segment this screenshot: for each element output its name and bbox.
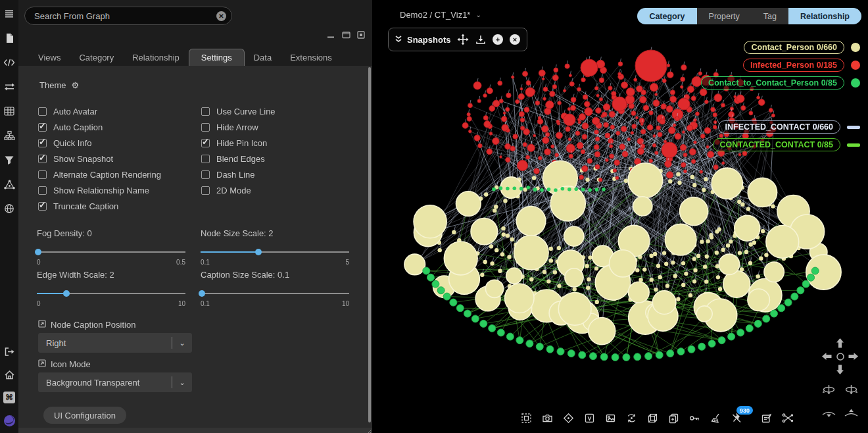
project-name: Demo2 / CT_Viz1* [400,10,470,20]
frame-v-button[interactable] [584,413,595,424]
relayout-button[interactable] [626,413,637,424]
pan-up-button[interactable] [835,338,845,349]
slider-thumb[interactable] [35,249,41,255]
legend-contact-to-contact-person[interactable]: Contact_to_Contact_Person 0/85 [701,76,860,89]
breadcrumb[interactable]: Demo2 / CT_Viz1* ⌄ [400,10,481,20]
caption-size-slider[interactable] [201,290,349,297]
checkbox-alternate-caption-rendering[interactable]: Alternate Caption Rendering [38,166,161,182]
globe-button[interactable] [3,203,15,215]
plus-circle-icon: + [493,34,503,45]
sign-out-button[interactable] [3,345,15,357]
tab-category-mode[interactable]: Category [637,8,696,24]
slider-thumb[interactable] [63,290,70,297]
checkbox-blend-edges[interactable]: Blend Edges [201,151,276,166]
tilt-up-button[interactable] [844,408,859,419]
checkbox-hide-pin-icon[interactable]: Hide Pin Icon [201,135,276,151]
checkbox-quick-info[interactable]: Quick Info [38,135,161,151]
ui-configuration-button[interactable]: UI Configuration [43,407,126,424]
edge-width-slider[interactable] [37,290,185,297]
download-button[interactable] [475,34,486,45]
swap-arrows-button[interactable] [3,81,15,93]
fog-density-slider[interactable] [37,249,185,255]
node-caption-position-select[interactable]: Right ⌄ [38,333,192,353]
maximize-button[interactable] [341,30,350,39]
triangle-network-button[interactable] [3,178,15,190]
search-input[interactable] [34,11,216,21]
broom-button[interactable] [710,413,721,424]
theme-gear-icon[interactable]: ⚙ [71,80,79,90]
checkbox-2d-mode[interactable]: 2D Mode [201,182,276,198]
vertical-scrollbar[interactable] [368,67,371,422]
pan-right-button[interactable] [848,351,859,361]
search-clear-button[interactable]: ✕ [216,11,226,21]
tilt-down-button[interactable] [821,408,836,419]
checkbox-truncate-caption[interactable]: Truncate Caption [38,198,161,214]
tab-category[interactable]: Category [70,49,123,66]
slider-edge-width-scale: Edge Width Scale: 2 010 [37,270,185,307]
tab-extensions[interactable]: Extensions [281,49,341,66]
slider-thumb[interactable] [255,249,262,255]
node-color-swatch [851,78,860,88]
tab-relationship-mode[interactable]: Relationship [788,8,861,24]
copy-add-button[interactable] [668,413,679,424]
horizontal-scrollbar[interactable] [18,428,372,433]
icon-mode-select[interactable]: Background Transparent ⌄ [38,372,192,392]
add-snapshot-button[interactable]: + [493,34,503,45]
checkbox-auto-caption[interactable]: Auto Caption [38,119,161,135]
pan-left-button[interactable] [821,351,832,361]
center-target-button[interactable] [563,413,574,424]
move-button[interactable] [457,34,469,45]
checkbox-dash-line[interactable]: Dash Line [201,166,276,182]
kineviz-logo-button[interactable] [3,415,15,426]
cut-edges-button[interactable] [782,413,794,424]
rotate-right-button[interactable] [844,383,859,398]
slider-thumb[interactable] [199,290,205,297]
orbit-center-button[interactable] [836,352,845,361]
tab-data[interactable]: Data [245,49,281,66]
checkbox-label: Dash Line [216,170,255,180]
app-window: ⌘ ✕ Views Category Relationship Settings… [0,0,868,433]
filter-button[interactable] [3,154,15,166]
code-button[interactable] [3,57,15,68]
close-circle-icon: × [510,34,520,45]
checkbox-use-curve-line[interactable]: Use Curve Line [201,103,276,119]
node-color-swatch [851,61,860,70]
checkbox-auto-avatar[interactable]: Auto Avatar [38,103,161,119]
cube-3d-button[interactable] [647,413,658,424]
pan-down-button[interactable] [835,364,845,375]
tab-relationship[interactable]: Relationship [123,49,189,66]
checkbox-hide-arrow[interactable]: Hide Arrow [201,119,276,135]
command-button[interactable]: ⌘ [3,392,15,403]
close-snapshots-button[interactable]: × [510,34,520,45]
legend-infected-contact[interactable]: INFECTED_CONTACT 0/660 [718,120,860,134]
graph-viewport: Demo2 / CT_Viz1* ⌄ Snapshots + × Categor… [372,0,868,433]
rotate-left-button[interactable] [821,383,836,398]
home-button[interactable] [3,369,15,380]
minimize-button[interactable] [326,30,335,39]
image-button[interactable] [605,413,616,424]
collapse-chevrons-icon[interactable] [395,34,402,45]
checkbox-show-snapshot[interactable]: Show Snapshot [38,151,161,166]
key-button[interactable] [689,413,700,424]
tab-settings[interactable]: Settings [189,49,245,66]
file-button[interactable] [3,32,15,44]
legend-infected-person[interactable]: Infected_Person 0/185 [743,59,860,72]
marquee-select-button[interactable] [521,413,532,424]
checkbox-label: Alternate Caption Rendering [53,170,161,180]
sitemap-button[interactable] [3,130,15,141]
popout-button[interactable] [356,30,366,39]
note-edit-button[interactable] [761,413,772,424]
tab-property-mode[interactable]: Property [697,8,752,24]
legend-contacted-contact[interactable]: CONTACTED_CONTACT 0/85 [713,138,860,151]
tab-views[interactable]: Views [29,49,70,66]
table-button[interactable] [3,105,15,117]
globe-icon [4,203,14,214]
node-size-slider[interactable] [201,249,349,255]
resize-grip[interactable] [365,426,372,432]
tab-tag-mode[interactable]: Tag [752,8,788,24]
camera-button[interactable] [542,413,553,424]
pin-slash-button[interactable]: 930 [731,413,742,424]
legend-contact-person[interactable]: Contact_Person 0/660 [744,41,860,54]
checkbox-show-relationship-name[interactable]: Show Relationship Name [38,182,161,198]
menu-button[interactable] [3,8,15,20]
